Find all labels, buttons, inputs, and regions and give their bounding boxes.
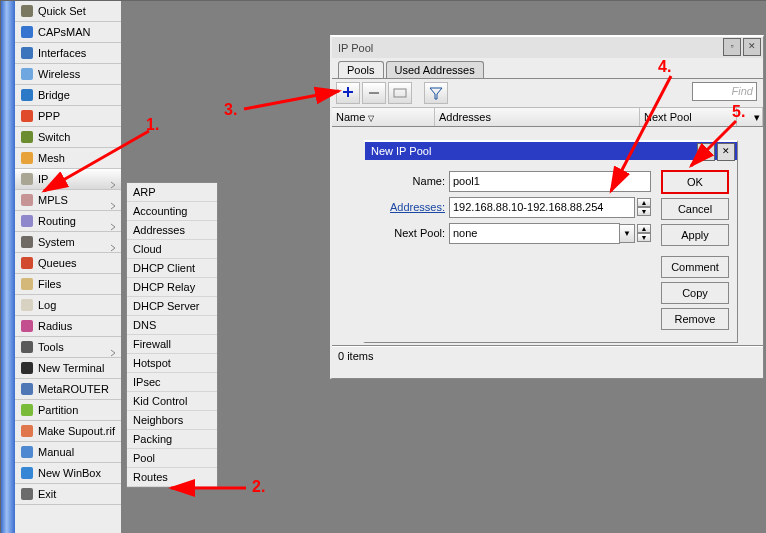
sidebar-item-label: Switch (38, 127, 121, 147)
submenu-item-pool[interactable]: Pool (127, 449, 217, 468)
submenu-item-hotspot[interactable]: Hotspot (127, 354, 217, 373)
copy-button[interactable]: Copy (661, 282, 729, 304)
submenu-item-dns[interactable]: DNS (127, 316, 217, 335)
sidebar-item-radius[interactable]: Radius (15, 316, 121, 337)
svg-rect-3 (21, 68, 33, 80)
sidebar-item-routing[interactable]: Routing (15, 211, 121, 232)
next-pool-dropdown[interactable]: ▼ (620, 224, 635, 243)
sidebar-item-queues[interactable]: Queues (15, 253, 121, 274)
sidebar-item-label: Interfaces (38, 43, 121, 63)
open-button[interactable] (388, 82, 412, 104)
submenu-item-kid-control[interactable]: Kid Control (127, 392, 217, 411)
cancel-button[interactable]: Cancel (661, 198, 729, 220)
next-pool-field[interactable] (449, 223, 620, 244)
comment-button[interactable]: Comment (661, 256, 729, 278)
column-addresses[interactable]: Addresses (435, 108, 640, 126)
ok-button[interactable]: OK (661, 170, 729, 194)
sidebar-item-label: Log (38, 295, 121, 315)
sidebar-item-manual[interactable]: Manual (15, 442, 121, 463)
sidebar-item-mpls[interactable]: MPLS (15, 190, 121, 211)
column-name[interactable]: Name ▽ (332, 108, 435, 126)
addresses-stepper[interactable]: ▲▼ (637, 198, 651, 216)
sidebar-item-label: Radius (38, 316, 121, 336)
partition-icon (19, 402, 35, 418)
sidebar-item-system[interactable]: System (15, 232, 121, 253)
submenu-item-neighbors[interactable]: Neighbors (127, 411, 217, 430)
sidebar-item-mesh[interactable]: Mesh (15, 148, 121, 169)
svg-line-28 (244, 91, 339, 109)
submenu-item-routes[interactable]: Routes (127, 468, 217, 487)
svg-rect-12 (21, 257, 33, 269)
submenu-item-dhcp-relay[interactable]: DHCP Relay (127, 278, 217, 297)
dialog-minimize-button[interactable]: ▫ (697, 143, 715, 161)
bridge-icon (19, 87, 35, 103)
submenu-item-ipsec[interactable]: IPsec (127, 373, 217, 392)
dialog-close-button[interactable]: ✕ (717, 143, 735, 161)
sidebar-item-partition[interactable]: Partition (15, 400, 121, 421)
manual-icon (19, 444, 35, 460)
chevron-right-icon (109, 217, 117, 225)
add-button[interactable] (336, 82, 360, 104)
window-title: IP Pool ▫ ✕ (332, 37, 763, 58)
sidebar-item-ppp[interactable]: PPP (15, 106, 121, 127)
find-input[interactable]: Find (692, 82, 757, 101)
tab-used-addresses[interactable]: Used Addresses (386, 61, 484, 78)
routing-icon (19, 213, 35, 229)
sidebar-item-label: CAPsMAN (38, 22, 121, 42)
svg-rect-7 (21, 152, 33, 164)
svg-rect-9 (21, 194, 33, 206)
sidebar-item-label: Wireless (38, 64, 121, 84)
sidebar-item-make-supout-rif[interactable]: Make Supout.rif (15, 421, 121, 442)
sidebar-item-label: MPLS (38, 190, 109, 210)
sidebar-item-new-winbox[interactable]: New WinBox (15, 463, 121, 484)
submenu-item-dhcp-client[interactable]: DHCP Client (127, 259, 217, 278)
sidebar-item-interfaces[interactable]: Interfaces (15, 43, 121, 64)
svg-rect-22 (21, 467, 33, 479)
addresses-field[interactable] (449, 197, 635, 218)
submenu-item-cloud[interactable]: Cloud (127, 240, 217, 259)
sidebar-item-wireless[interactable]: Wireless (15, 64, 121, 85)
submenu-item-firewall[interactable]: Firewall (127, 335, 217, 354)
remove-button[interactable] (362, 82, 386, 104)
wifi-icon (19, 66, 35, 82)
dialog-title: New IP Pool ▫ ✕ (365, 142, 737, 160)
sidebar-item-bridge[interactable]: Bridge (15, 85, 121, 106)
sidebar-item-ip[interactable]: IP (15, 169, 121, 190)
next-pool-stepper[interactable]: ▲▼ (637, 224, 651, 242)
submenu-item-packing[interactable]: Packing (127, 430, 217, 449)
submenu-item-arp[interactable]: ARP (127, 183, 217, 202)
sidebar-item-switch[interactable]: Switch (15, 127, 121, 148)
sidebar-item-files[interactable]: Files (15, 274, 121, 295)
submenu-item-addresses[interactable]: Addresses (127, 221, 217, 240)
svg-rect-16 (21, 341, 33, 353)
sidebar-item-label: System (38, 232, 109, 252)
sidebar-item-quick-set[interactable]: Quick Set (15, 1, 121, 22)
sidebar-item-metarouter[interactable]: MetaROUTER (15, 379, 121, 400)
submenu-item-accounting[interactable]: Accounting (127, 202, 217, 221)
status-bar: 0 items (332, 346, 763, 365)
svg-rect-20 (21, 425, 33, 437)
sidebar-item-capsman[interactable]: CAPsMAN (15, 22, 121, 43)
sidebar-item-log[interactable]: Log (15, 295, 121, 316)
sidebar-item-label: MetaROUTER (38, 379, 121, 399)
svg-rect-21 (21, 446, 33, 458)
svg-rect-23 (21, 488, 33, 500)
svg-rect-6 (21, 131, 33, 143)
annotation-5: 5. (732, 103, 745, 121)
addresses-label[interactable]: Addresses: (373, 201, 445, 213)
sidebar-item-tools[interactable]: Tools (15, 337, 121, 358)
sidebar-item-exit[interactable]: Exit (15, 484, 121, 505)
name-field[interactable] (449, 171, 651, 192)
sidebar-item-new-terminal[interactable]: New Terminal (15, 358, 121, 379)
submenu-item-dhcp-server[interactable]: DHCP Server (127, 297, 217, 316)
minimize-button[interactable]: ▫ (723, 38, 741, 56)
tab-pools[interactable]: Pools (338, 61, 384, 78)
close-button[interactable]: ✕ (743, 38, 761, 56)
sidebar-item-label: Routing (38, 211, 109, 231)
remove-button[interactable]: Remove (661, 308, 729, 330)
filter-button[interactable] (424, 82, 448, 104)
svg-rect-18 (21, 383, 33, 395)
radius-icon (19, 318, 35, 334)
apply-button[interactable]: Apply (661, 224, 729, 246)
column-next-pool[interactable]: Next Pool (640, 108, 737, 126)
